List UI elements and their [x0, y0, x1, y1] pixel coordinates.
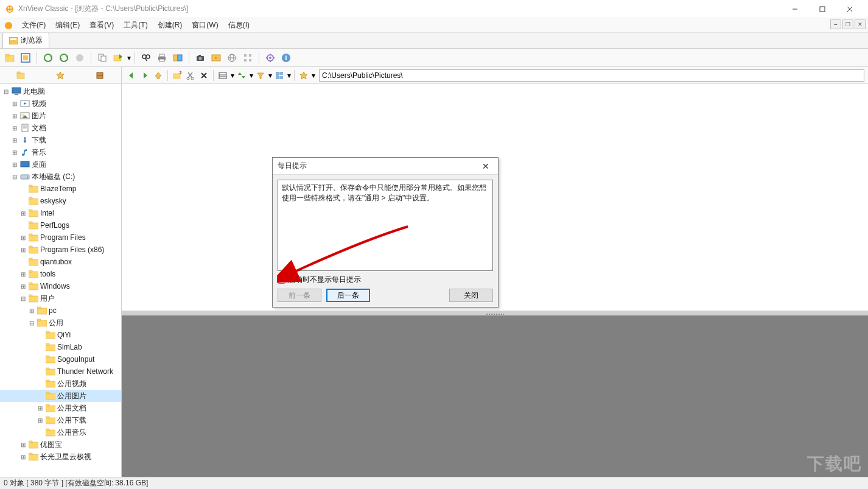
open-button[interactable] — [2, 51, 17, 65]
tree-lib-文档[interactable]: ⊞ 文档 — [0, 122, 121, 134]
menu-tools[interactable]: 工具(T) — [119, 19, 152, 32]
tree-folder[interactable]: ⊞ tools — [0, 268, 121, 280]
stop-button[interactable] — [72, 51, 87, 65]
forward-button[interactable] — [139, 69, 151, 82]
tree-public-child[interactable]: 公用图片 — [0, 390, 121, 402]
dont-show-checkbox[interactable] — [278, 276, 285, 284]
slideshow-button[interactable] — [209, 51, 223, 65]
tree-toggle-icon[interactable]: ⊟ — [28, 320, 35, 326]
tree-disk-c[interactable]: ⊟ 本地磁盘 (C:) — [0, 171, 121, 183]
tree-public-child[interactable]: ⊞ 公用文档 — [0, 402, 121, 414]
refresh-all-button[interactable] — [57, 51, 71, 65]
tree-folder[interactable]: ⊞ Program Files (x86) — [0, 244, 121, 256]
dropdown-icon[interactable]: ▾ — [249, 71, 253, 80]
mdi-close[interactable]: ✕ — [855, 19, 866, 29]
tree-public-child[interactable]: SimLab — [0, 341, 121, 353]
close-tip-button[interactable]: 关闭 — [449, 289, 493, 302]
tree-toggle-icon[interactable]: ⊞ — [37, 417, 44, 424]
tree-toggle-icon[interactable]: ⊟ — [2, 88, 10, 95]
tree-public-child[interactable]: 公用音乐 — [0, 426, 121, 438]
dropdown-icon[interactable]: ▾ — [127, 54, 131, 62]
tree-toggle-icon[interactable]: ⊞ — [11, 125, 18, 132]
tree-folder[interactable]: PerfLogs — [0, 219, 121, 231]
convert-button[interactable] — [170, 51, 185, 65]
tree-folder[interactable]: ⊞ 优图宝 — [0, 438, 121, 451]
tree-lib-图片[interactable]: ⊞ 图片 — [0, 110, 121, 122]
dropdown-icon[interactable]: ▾ — [287, 71, 291, 80]
tree-public-child[interactable]: SogouInput — [0, 353, 121, 365]
next-tip-button[interactable]: 后一条 — [326, 289, 370, 302]
tree-folder[interactable]: ⊞ Windows — [0, 280, 121, 292]
tree-toggle-icon[interactable]: ⊞ — [19, 271, 27, 278]
layout-button[interactable] — [273, 69, 285, 82]
web-button[interactable] — [225, 51, 239, 65]
print-button[interactable] — [155, 51, 169, 65]
tree-toggle-icon[interactable]: ⊞ — [19, 454, 27, 460]
dropdown-icon[interactable]: ▾ — [230, 71, 234, 80]
tree-user-public[interactable]: ⊟ 公用 — [0, 317, 121, 329]
tree-toggle-icon[interactable]: ⊞ — [19, 247, 27, 253]
acquire-button[interactable] — [193, 51, 208, 65]
dialog-titlebar[interactable]: 每日提示 ✕ — [273, 158, 498, 175]
move-to-button[interactable] — [111, 51, 125, 65]
menu-edit[interactable]: 编辑(E) — [51, 19, 85, 32]
search-button[interactable] — [139, 51, 153, 65]
tree-lib-下载[interactable]: ⊞ 下载 — [0, 134, 121, 146]
preview-panel[interactable] — [122, 315, 868, 477]
new-folder-button[interactable]: ✱ — [171, 69, 183, 82]
categories-button[interactable] — [81, 69, 119, 82]
tree-public-child[interactable]: 公用视频 — [0, 378, 121, 390]
tree-this-pc[interactable]: ⊟ 此电脑 — [0, 85, 121, 97]
tree-folder[interactable]: ⊞ 长光卫星云极视 — [0, 451, 121, 463]
tree-toggle-icon[interactable]: ⊟ — [19, 295, 27, 302]
tree-toggle-icon[interactable]: ⊞ — [19, 234, 27, 241]
menu-view[interactable]: 查看(V) — [85, 19, 119, 32]
mdi-restore[interactable]: ❐ — [842, 19, 853, 29]
dropdown-icon[interactable]: ▾ — [268, 71, 272, 80]
close-button[interactable] — [836, 1, 863, 18]
tree-public-child[interactable]: ⊞ 公用下载 — [0, 414, 121, 426]
tree-toggle-icon[interactable]: ⊞ — [19, 283, 27, 290]
tree-lib-桌面[interactable]: ⊞ 桌面 — [0, 158, 121, 171]
maximize-button[interactable] — [808, 1, 836, 18]
fullscreen-button[interactable] — [18, 51, 33, 65]
tree-lib-视频[interactable]: ⊞ 视频 — [0, 97, 121, 110]
tree-toggle-icon[interactable]: ⊞ — [11, 149, 18, 156]
mdi-minimize[interactable]: ‒ — [830, 19, 841, 29]
delete-button[interactable] — [198, 69, 210, 82]
dropdown-icon[interactable]: ▾ — [311, 71, 315, 80]
sort-button[interactable] — [236, 69, 248, 82]
dialog-close-button[interactable]: ✕ — [478, 160, 493, 172]
tree-user-pc[interactable]: ⊞ pc — [0, 304, 121, 317]
menu-create[interactable]: 创建(R) — [153, 19, 187, 32]
tree-toggle-icon[interactable]: ⊞ — [11, 161, 18, 168]
minimize-button[interactable] — [781, 1, 808, 18]
tree-toggle-icon[interactable]: ⊞ — [11, 100, 18, 107]
tree-toggle-icon[interactable]: ⊟ — [11, 174, 18, 180]
copy-to-button[interactable] — [95, 51, 110, 65]
tree-toggle-icon[interactable]: ⊞ — [37, 405, 44, 412]
tree-toggle-icon[interactable]: ⊞ — [19, 210, 27, 217]
back-button[interactable] — [125, 69, 138, 82]
menu-info[interactable]: 信息(I) — [223, 19, 254, 32]
menu-window[interactable]: 窗口(W) — [187, 19, 223, 32]
tree-toggle-icon[interactable]: ⊞ — [11, 113, 18, 119]
tab-browser[interactable]: 浏览器 — [2, 32, 49, 48]
options-button[interactable] — [263, 51, 278, 65]
menu-file[interactable]: 文件(F) — [17, 19, 51, 32]
cut-button[interactable] — [184, 69, 197, 82]
contact-sheet-button[interactable] — [240, 51, 255, 65]
tree-public-child[interactable]: QiYi — [0, 329, 121, 341]
prev-tip-button[interactable]: 前一条 — [278, 289, 321, 302]
filter-button[interactable] — [254, 69, 267, 82]
up-button[interactable] — [152, 69, 164, 82]
tree-toggle-icon[interactable]: ⊞ — [28, 308, 35, 314]
view-mode-button[interactable] — [217, 69, 229, 82]
tree-toggle-icon[interactable]: ⊞ — [11, 137, 18, 144]
tree-panel[interactable]: ⊟ 此电脑 ⊞ 视频 ⊞ 图片 ⊞ 文档 ⊞ 下载 ⊞ 音乐 ⊞ 桌面 ⊟ 本地… — [0, 84, 122, 477]
tree-users[interactable]: ⊟ 用户 — [0, 292, 121, 304]
tree-folder[interactable]: qiantubox — [0, 256, 121, 268]
fav-add-button[interactable] — [298, 69, 310, 82]
tree-folder[interactable]: BlazeTemp — [0, 183, 121, 195]
tree-public-child[interactable]: Thunder Network — [0, 365, 121, 378]
